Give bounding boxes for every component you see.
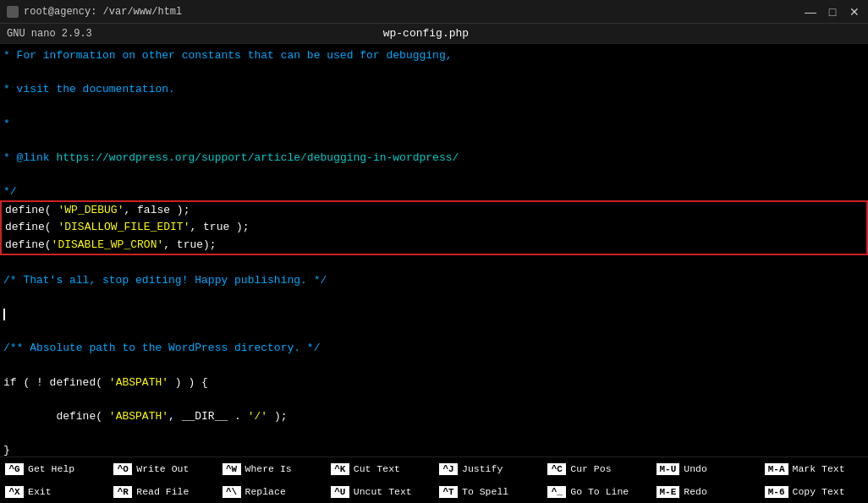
shortcut-label: Cur Pos [570,463,611,474]
code-line [0,64,868,81]
shortcut-key: M-A [765,463,788,475]
title-bar-left: root@agency: /var/www/html [7,6,182,18]
editor-area[interactable]: * For information on other constants tha… [0,44,868,457]
code-line: } [0,442,868,457]
shortcut-key: M-U [656,463,680,475]
code-line [0,255,868,272]
shortcut-label: Go To Line [570,486,629,497]
minimize-button[interactable]: — [804,5,817,19]
code-line [0,323,868,340]
shortcut-label: Undo [684,463,707,474]
shortcut-item[interactable]: M-ERedo [651,480,760,503]
shortcut-item[interactable]: ^WWhere Is [217,457,326,480]
shortcut-label: Write Out [136,463,189,474]
code-line: if ( ! defined( 'ABSPATH' ) ) { [0,375,868,391]
close-button[interactable]: ✕ [848,5,861,19]
highlighted-define-block: define( 'WP_DEBUG', false ); define( 'DI… [0,200,868,254]
shortcut-row-2: ^XExit^RRead File^\Replace^UUncut Text^T… [0,480,868,503]
cursor-line [0,306,868,323]
code-line: /** Absolute path to the WordPress direc… [0,340,868,357]
code-line [0,358,868,375]
code-line: * visit the documentation. [0,81,868,98]
shortcut-key: M-6 [765,486,788,498]
shortcut-item[interactable]: ^UUncut Text [326,480,434,503]
code-line [0,167,868,183]
shortcut-key: ^X [5,486,24,498]
shortcut-item[interactable]: ^XExit [0,480,108,503]
define-line-1: define( 'WP_DEBUG', false ); [2,202,866,219]
shortcut-bar: ^GGet Help^OWrite Out^WWhere Is^KCut Tex… [0,457,868,503]
shortcut-item[interactable]: M-6Copy Text [760,480,868,503]
shortcut-label: Mark Text [793,463,845,474]
define-line-3: define('DISABLE_WP_CRON', true); [2,237,866,254]
code-line: define( 'ABSPATH', __DIR__ . '/' ); [0,408,868,425]
shortcut-label: Get Help [28,463,74,474]
shortcut-item[interactable]: ^TTo Spell [434,480,542,503]
code-line: * [0,116,868,133]
shortcut-key: ^U [331,486,349,498]
shortcut-key: ^J [439,463,458,475]
shortcut-item[interactable]: ^_Go To Line [542,480,651,503]
shortcut-key: ^O [113,463,132,475]
shortcut-label: Read File [136,486,189,497]
shortcut-key: ^T [439,486,458,498]
shortcut-key: ^C [547,463,566,475]
code-line: /* That's all, stop editing! Happy publi… [0,272,868,289]
code-line: * For information on other constants tha… [0,47,868,64]
window-controls: — □ ✕ [804,5,861,19]
shortcut-item[interactable]: ^GGet Help [0,457,108,480]
shortcut-label: Justify [462,463,503,474]
shortcut-item[interactable]: ^OWrite Out [108,457,217,480]
shortcut-label: Cut Text [354,463,400,474]
shortcut-label: Copy Text [793,486,845,497]
shortcut-label: Where Is [245,463,292,474]
shortcut-item[interactable]: M-AMark Text [760,457,868,480]
shortcut-key: M-E [656,486,680,498]
code-line [0,391,868,408]
shortcut-key: ^W [222,463,241,475]
shortcut-label: Uncut Text [354,486,412,497]
shortcut-item[interactable]: ^\Replace [217,480,326,503]
shortcut-key: ^K [331,463,349,475]
shortcut-item[interactable]: ^RRead File [108,480,217,503]
define-line-2: define( 'DISALLOW_FILE_EDIT', true ); [2,219,866,236]
shortcut-item[interactable]: ^JJustify [434,457,542,480]
code-line [0,133,868,150]
shortcut-key: ^_ [547,486,566,498]
window-title: root@agency: /var/www/html [24,6,182,18]
shortcut-key: ^G [5,463,24,475]
shortcut-label: To Spell [462,486,508,497]
nano-version: GNU nano 2.9.3 [7,28,92,40]
shortcut-key: ^\ [222,486,241,498]
code-line [0,289,868,306]
shortcut-item[interactable]: M-UUndo [651,457,760,480]
code-line: */ [0,183,868,200]
shortcut-label: Exit [28,486,52,497]
terminal-icon [7,6,19,18]
shortcut-item[interactable]: ^KCut Text [326,457,434,480]
shortcut-key: ^R [113,486,132,498]
shortcut-row-1: ^GGet Help^OWrite Out^WWhere Is^KCut Tex… [0,457,868,480]
code-line [0,425,868,442]
shortcut-label: Replace [245,486,286,497]
nano-filename: wp-config.php [92,27,760,40]
maximize-button[interactable]: □ [826,5,839,19]
code-line: * @link https://wordpress.org/support/ar… [0,150,868,167]
shortcut-item[interactable]: ^CCur Pos [542,457,651,480]
shortcut-label: Redo [684,486,707,497]
title-bar: root@agency: /var/www/html — □ ✕ [0,0,868,24]
nano-header: GNU nano 2.9.3 wp-config.php [0,24,868,44]
code-line [0,98,868,115]
